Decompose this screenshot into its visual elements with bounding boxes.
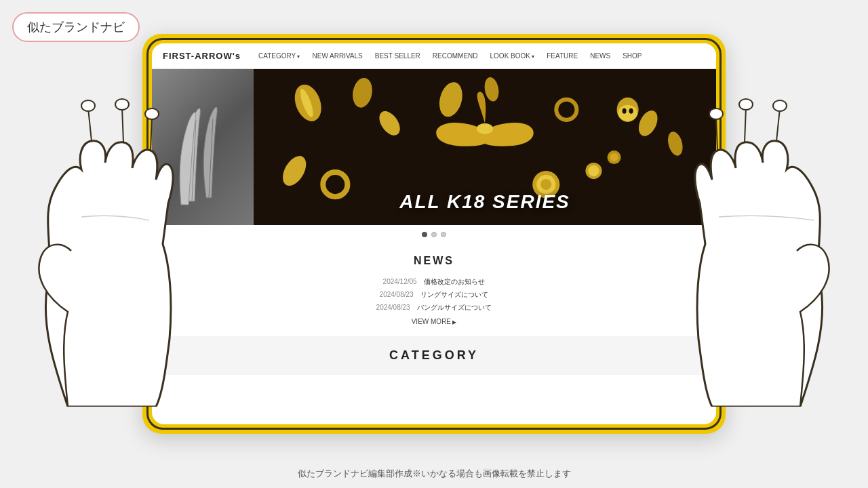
svg-point-36 — [618, 105, 637, 121]
news-date-1: 2024/12/05 — [383, 278, 417, 285]
svg-point-11 — [709, 108, 723, 119]
svg-point-1 — [81, 100, 95, 111]
svg-point-37 — [623, 108, 627, 114]
news-date-2: 2024/08/23 — [380, 291, 414, 298]
footer-disclaimer: 似たブランドナビ編集部作成※いかなる場合も画像転載を禁止します — [0, 468, 868, 480]
svg-line-0 — [88, 108, 92, 141]
logo-badge[interactable]: 似たブランドナビ — [12, 12, 140, 42]
news-section: NEWS 2024/12/05 価格改定のお知らせ 2024/08/23 リング… — [152, 244, 716, 336]
nav-look-book[interactable]: LOOK BOOK — [490, 52, 535, 60]
svg-point-5 — [145, 108, 159, 119]
svg-point-9 — [739, 99, 753, 110]
svg-point-26 — [588, 165, 599, 176]
nav-new-arrivals[interactable]: NEW ARRIVALS — [312, 52, 362, 60]
tablet-frame: FIRST-ARROW's CATEGORY NEW ARRIVALS BEST… — [142, 34, 726, 434]
hand-left-illustration — [27, 81, 176, 407]
svg-point-28 — [610, 153, 618, 161]
hero-banner: ALL K18 SERIES — [152, 69, 716, 225]
svg-line-4 — [151, 117, 152, 150]
news-item-3[interactable]: 2024/08/23 バングルサイズについて — [179, 301, 689, 314]
nav-recommend[interactable]: RECOMMEND — [433, 52, 478, 60]
nav-shop[interactable]: SHOP — [623, 52, 642, 60]
svg-point-38 — [629, 108, 633, 114]
news-text-3: バングルサイズについて — [417, 304, 492, 311]
nav-feature[interactable]: FEATURE — [547, 52, 578, 60]
feather-icon — [169, 79, 237, 215]
dot-2[interactable] — [431, 232, 437, 237]
svg-line-2 — [122, 107, 123, 142]
news-heading: NEWS — [179, 255, 689, 267]
category-section: CATEGORY — [152, 336, 716, 375]
news-item-2[interactable]: 2024/08/23 リングサイズについて — [179, 288, 689, 301]
brand-logo[interactable]: FIRST-ARROW's — [163, 51, 241, 61]
svg-point-3 — [115, 99, 129, 110]
news-text-1: 価格改定のお知らせ — [424, 278, 485, 285]
nav-best-seller[interactable]: BEST SELLER — [375, 52, 420, 60]
svg-line-8 — [745, 107, 746, 142]
hero-title: ALL K18 SERIES — [254, 191, 716, 213]
news-text-2: リングサイズについて — [420, 291, 488, 298]
view-more-button[interactable]: VIEW MORE — [179, 318, 689, 325]
news-date-3: 2024/08/23 — [376, 304, 410, 311]
svg-point-7 — [773, 100, 787, 111]
news-item-1[interactable]: 2024/12/05 価格改定のお知らせ — [179, 275, 689, 288]
dot-1[interactable] — [422, 232, 427, 237]
dot-3[interactable] — [441, 232, 446, 237]
nav-news[interactable]: NEWS — [590, 52, 610, 60]
hero-right-panel: ALL K18 SERIES — [254, 69, 716, 225]
category-heading: CATEGORY — [179, 348, 689, 363]
tablet-screen: FIRST-ARROW's CATEGORY NEW ARRIVALS BEST… — [152, 43, 716, 424]
svg-point-34 — [540, 179, 551, 190]
carousel-dots — [152, 225, 716, 244]
nav-bar: FIRST-ARROW's CATEGORY NEW ARRIVALS BEST… — [152, 43, 716, 69]
svg-line-10 — [716, 117, 717, 150]
svg-point-22 — [477, 123, 493, 134]
nav-category[interactable]: CATEGORY — [258, 52, 300, 60]
hand-right-illustration — [692, 81, 841, 407]
svg-line-6 — [776, 108, 780, 141]
